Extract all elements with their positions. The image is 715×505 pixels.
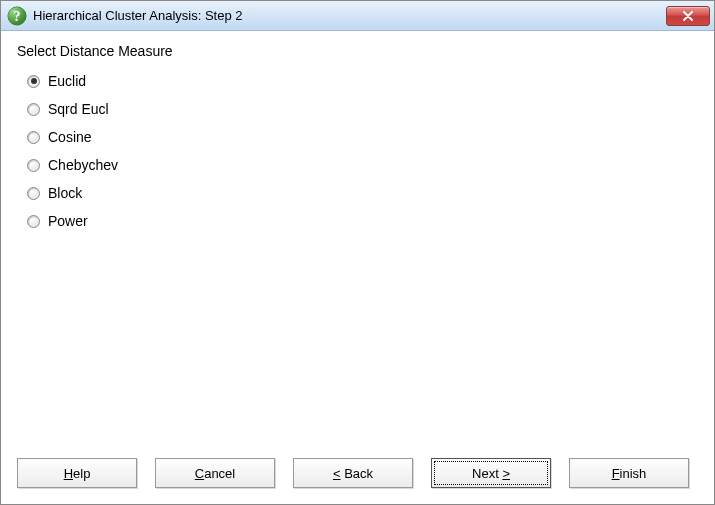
help-button[interactable]: Help [17,458,137,488]
radio-power[interactable]: Power [27,207,698,235]
radio-icon [27,215,40,228]
next-button[interactable]: Next > [431,458,551,488]
radio-block[interactable]: Block [27,179,698,207]
radio-cosine[interactable]: Cosine [27,123,698,151]
titlebar: ? Hierarchical Cluster Analysis: Step 2 [1,1,714,31]
radio-icon [27,103,40,116]
finish-button[interactable]: Finish [569,458,689,488]
radio-icon [27,187,40,200]
back-button[interactable]: < Back [293,458,413,488]
close-button[interactable] [666,6,710,26]
window-title: Hierarchical Cluster Analysis: Step 2 [33,8,666,23]
radio-sqrd-eucl[interactable]: Sqrd Eucl [27,95,698,123]
radio-icon [27,131,40,144]
svg-text:?: ? [14,9,21,24]
radio-euclid[interactable]: Euclid [27,67,698,95]
cancel-button[interactable]: Cancel [155,458,275,488]
dialog-content: Select Distance Measure Euclid Sqrd Eucl… [1,31,714,448]
radio-label: Euclid [48,73,86,89]
dialog-window: ? Hierarchical Cluster Analysis: Step 2 … [0,0,715,505]
radio-label: Sqrd Eucl [48,101,109,117]
radio-label: Cosine [48,129,92,145]
distance-measure-group: Euclid Sqrd Eucl Cosine Chebychev Block [17,67,698,235]
radio-label: Block [48,185,82,201]
help-icon: ? [7,6,27,26]
close-icon [682,11,694,21]
radio-chebychev[interactable]: Chebychev [27,151,698,179]
radio-label: Chebychev [48,157,118,173]
section-label: Select Distance Measure [17,43,698,59]
radio-icon [27,159,40,172]
button-bar: Help Cancel < Back Next > Finish [1,448,714,504]
radio-icon [27,75,40,88]
radio-label: Power [48,213,88,229]
